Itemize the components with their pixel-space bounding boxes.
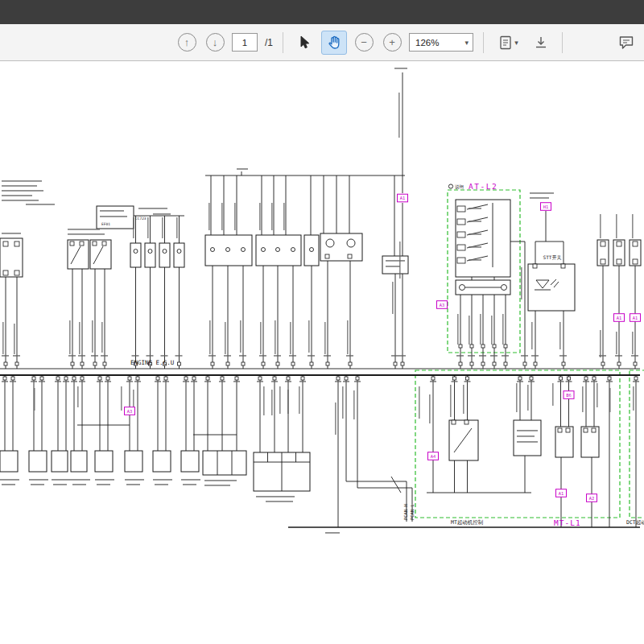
page-display-button[interactable]: ▾	[493, 31, 524, 54]
page-total-label: /1	[265, 37, 273, 48]
zoom-out-button[interactable]: −	[353, 31, 375, 54]
download-icon	[534, 35, 548, 50]
minus-icon: −	[355, 33, 374, 52]
plus-icon: +	[383, 33, 402, 52]
page-number-input[interactable]	[232, 33, 258, 52]
previous-page-button[interactable]: ↑	[175, 31, 198, 54]
select-cursor-icon	[299, 35, 310, 50]
download-button[interactable]	[530, 31, 552, 54]
window-titlebar	[0, 0, 644, 24]
chevron-down-icon: ▾	[514, 39, 518, 47]
toolbar-main-group: ↑ ↓ /1 − + 126% ▾ ▾	[175, 24, 567, 60]
toolbar-separator	[562, 32, 563, 53]
chevron-down-icon: ▾	[464, 39, 469, 47]
hand-tool-button[interactable]	[321, 31, 347, 55]
arrow-up-icon: ↑	[178, 33, 196, 52]
arrow-down-icon: ↓	[206, 33, 225, 52]
toolbar-separator	[283, 32, 283, 53]
zoom-in-button[interactable]: +	[381, 31, 403, 54]
document-canvas[interactable]	[0, 61, 644, 644]
select-tool-button[interactable]	[293, 31, 316, 54]
next-page-button[interactable]: ↓	[204, 31, 226, 54]
page-display-icon	[499, 35, 512, 50]
pdf-toolbar: ↑ ↓ /1 − + 126% ▾ ▾	[0, 24, 644, 61]
comment-icon	[618, 35, 634, 50]
toolbar-separator	[483, 32, 484, 53]
zoom-level-select[interactable]: 126% ▾	[409, 33, 473, 52]
toolbar-right-group	[615, 24, 638, 60]
hand-tool-icon	[327, 35, 341, 51]
comment-button[interactable]	[615, 31, 638, 54]
zoom-level-value: 126%	[415, 38, 439, 47]
